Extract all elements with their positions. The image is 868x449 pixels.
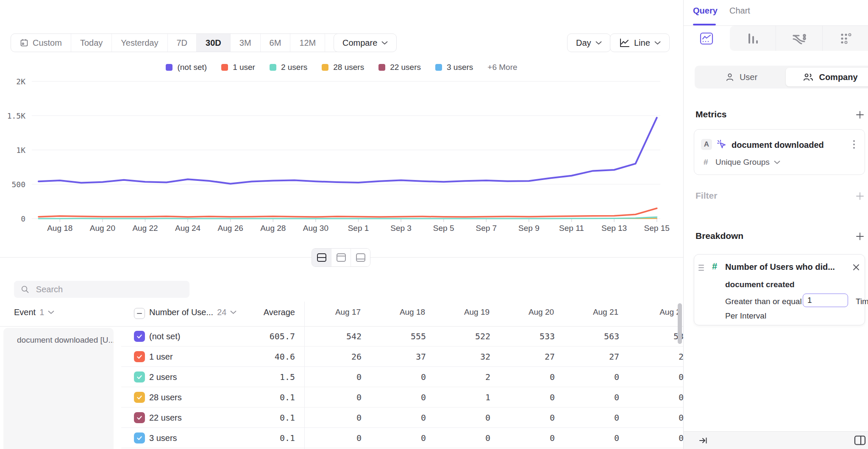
number-property-icon: # (712, 261, 717, 272)
breakdown-event[interactable]: document created (725, 280, 795, 289)
event-click-icon (716, 139, 727, 150)
series-column-header[interactable]: Number of Use... 24 (149, 308, 236, 317)
legend-label: 2 users (281, 63, 307, 72)
series-label: 1 user (149, 346, 173, 367)
breakdown-title[interactable]: Number of Users who did... (725, 262, 835, 272)
chart-type-scatter-button[interactable] (822, 26, 868, 51)
compare-button[interactable]: Compare (334, 33, 397, 52)
granularity-label: Day (576, 38, 591, 48)
cell-value: 0 (638, 407, 683, 428)
svg-text:Sep 11: Sep 11 (559, 224, 584, 233)
drag-handle-icon[interactable] (698, 265, 704, 271)
cell-value: 32 (445, 346, 509, 367)
cell-value: 0 (638, 367, 683, 387)
cell-value: 2 (445, 367, 509, 387)
event-count: 1 (39, 308, 44, 317)
vertical-scrollbar[interactable] (678, 303, 682, 344)
entity-segmented-control: User Company (695, 66, 868, 89)
chevron-down-icon (774, 161, 780, 164)
row-checkbox[interactable] (134, 432, 145, 443)
row-checkbox[interactable] (134, 371, 145, 382)
chart-type-flow-button[interactable] (776, 26, 822, 51)
legend-item[interactable]: 2 users (270, 63, 307, 72)
segment-company[interactable]: Company (786, 68, 868, 86)
legend-item[interactable]: 3 users (435, 63, 473, 72)
legend-item[interactable]: 22 users (378, 63, 421, 72)
svg-text:1K: 1K (16, 146, 25, 155)
layout-toggle-group (312, 248, 370, 267)
legend-more-button[interactable]: +6 More (487, 63, 517, 72)
row-values: 26 37 32 27 27 2 (316, 346, 683, 367)
cell-value: 53 (638, 326, 683, 346)
svg-text:Sep 9: Sep 9 (518, 224, 540, 233)
row-checkbox[interactable] (134, 331, 145, 342)
chart-type-dropdown[interactable]: Line (610, 33, 670, 52)
cell-value: 2 (638, 346, 683, 367)
legend-item[interactable]: (not set) (166, 63, 207, 72)
close-icon[interactable] (852, 263, 860, 272)
layout-split-button[interactable] (312, 249, 331, 266)
range-today-button[interactable]: Today (71, 34, 111, 52)
aggregation-dropdown[interactable]: Unique Groups (715, 158, 780, 167)
range-7d-button[interactable]: 7D (167, 34, 197, 52)
range-custom-button[interactable]: Custom (11, 34, 71, 52)
row-checkbox[interactable] (134, 351, 145, 362)
range-3m-button[interactable]: 3M (230, 34, 260, 52)
range-12m-button[interactable]: 12M (290, 34, 325, 52)
table-row: 22 users 0.1 0 0 0 0 0 0 (0, 407, 683, 428)
legend-swatch (322, 64, 328, 71)
select-all-checkbox[interactable] (134, 308, 145, 319)
granularity-dropdown[interactable]: Day (567, 33, 611, 52)
chart-type-line-button[interactable] (684, 26, 730, 51)
series-label: (not set) (149, 326, 180, 346)
breakdown-condition[interactable]: Greater than or equal to (725, 297, 811, 306)
chart-type-bar-button[interactable] (730, 26, 776, 51)
cell-value: 0 (509, 407, 573, 428)
side-panel-icon[interactable] (854, 435, 866, 446)
row-checkbox[interactable] (134, 412, 145, 423)
chart-type-selector (684, 26, 868, 51)
add-metric-button[interactable] (854, 109, 865, 120)
table-row: 1 user 40.6 26 37 32 27 27 2 (0, 346, 683, 367)
add-breakdown-button[interactable] (854, 231, 865, 242)
check-icon (136, 374, 143, 380)
svg-text:Aug 18: Aug 18 (47, 224, 72, 233)
breakdown-value-input[interactable] (803, 294, 848, 307)
segment-user[interactable]: User (697, 68, 786, 86)
breakdown-unit: Times (856, 297, 868, 306)
legend-item[interactable]: 28 users (322, 63, 364, 72)
add-filter-button[interactable] (854, 191, 865, 202)
metric-menu-button[interactable] (850, 139, 858, 150)
bottom-pane-icon (356, 253, 366, 262)
breakdown-per-interval[interactable]: Per Interval (725, 311, 766, 321)
collapse-panel-icon[interactable] (698, 435, 708, 446)
range-6m-button[interactable]: 6M (260, 34, 290, 52)
date-column-header: Aug 2 (638, 308, 683, 317)
tab-query[interactable]: Query (693, 6, 718, 16)
table-row: 2 users 1.5 0 0 2 0 0 0 (0, 367, 683, 387)
range-label: Today (80, 38, 103, 48)
legend-swatch (435, 64, 442, 71)
metric-name[interactable]: document downloaded (732, 140, 824, 150)
event-column-header[interactable]: Event 1 (14, 308, 54, 317)
layout-chart-only-button[interactable] (331, 249, 351, 266)
table-row: 3 users 0.1 0 0 0 0 0 0 (0, 428, 683, 448)
range-label: Yesterday (121, 38, 158, 48)
users-icon (803, 72, 814, 82)
row-checkbox[interactable] (134, 392, 145, 403)
legend-item[interactable]: 1 user (221, 63, 255, 72)
svg-text:Aug 26: Aug 26 (218, 224, 243, 233)
search-input[interactable] (35, 284, 183, 295)
tab-chart[interactable]: Chart (729, 6, 750, 16)
plus-icon (855, 231, 865, 241)
segment-label: Company (819, 72, 857, 82)
cell-value: 0 (316, 367, 380, 387)
breakdown-heading: Breakdown (696, 231, 743, 241)
plus-icon (855, 110, 865, 120)
range-30d-button[interactable]: 30D (196, 34, 230, 52)
cell-value: 0 (638, 428, 683, 448)
cell-value: 26 (316, 346, 380, 367)
query-panel: Query Chart User Compa (683, 0, 868, 449)
range-yesterday-button[interactable]: Yesterday (111, 34, 167, 52)
layout-table-only-button[interactable] (351, 249, 370, 266)
